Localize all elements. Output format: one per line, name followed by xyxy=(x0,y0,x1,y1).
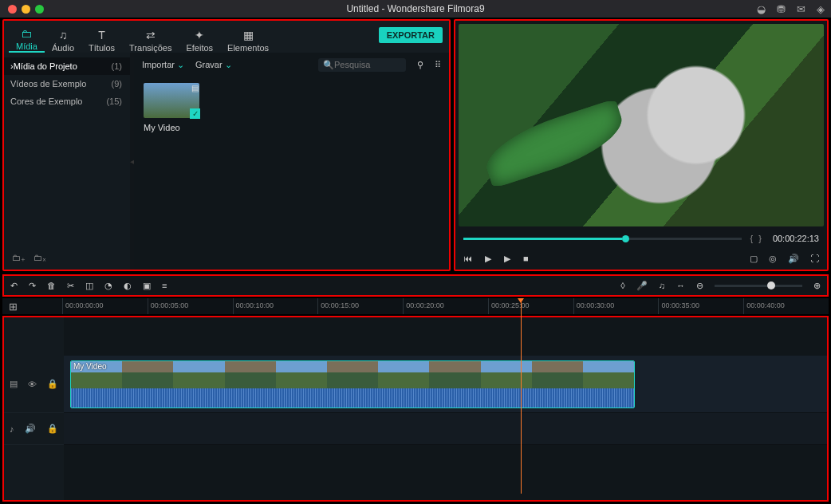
tab-effects[interactable]: ✦ Efeitos xyxy=(179,29,220,53)
timeline-panel: ▤ 👁 🔒 ♪ 🔊 🔒 My Video xyxy=(2,316,829,502)
tab-label: Transições xyxy=(129,43,171,53)
record-menu[interactable]: Gravar ⌄ xyxy=(195,60,232,70)
visibility-icon[interactable]: 👁 xyxy=(28,380,37,389)
maximize-window[interactable] xyxy=(35,5,44,14)
add-track-icon[interactable]: ⊞ xyxy=(9,301,18,313)
scrubber-handle[interactable] xyxy=(622,235,629,242)
preview-panel: { } 00:00:22:13 ⏮ ▶ ▶ ■ ▢ ◎ 🔊 ⛶ xyxy=(454,19,829,271)
category-count: (15) xyxy=(106,96,122,106)
tab-label: Efeitos xyxy=(186,43,213,53)
filter-icon[interactable]: ⚲ xyxy=(417,60,423,70)
mute-icon[interactable]: 🔊 xyxy=(25,423,36,434)
timeline-clip[interactable]: My Video xyxy=(70,360,635,408)
lock-icon[interactable]: 🔒 xyxy=(47,379,58,389)
ruler-tick: 00:00:15:00 xyxy=(317,298,403,314)
tab-transitions[interactable]: ⇄ Transições xyxy=(122,29,179,53)
media-grid: ▤ ✓ My Video xyxy=(134,77,449,270)
tab-media[interactable]: 🗀 Mídia xyxy=(9,27,45,53)
preview-viewport[interactable] xyxy=(459,24,824,226)
filmstrip-icon: ▤ xyxy=(191,84,199,93)
fullscreen-icon[interactable]: ⛶ xyxy=(810,254,819,264)
mail-icon[interactable]: ✉ xyxy=(797,3,805,15)
search-icon: 🔍 xyxy=(323,60,334,70)
stop-icon[interactable]: ■ xyxy=(523,254,529,263)
media-toolbar: Importar ⌄ Gravar ⌄ 🔍 ⚲ ⠿ xyxy=(134,53,449,77)
tab-audio[interactable]: ♫ Áudio xyxy=(45,29,81,53)
marker-icon[interactable]: ◊ xyxy=(620,281,624,290)
tracks-area[interactable]: My Video xyxy=(64,317,827,500)
video-track[interactable]: My Video xyxy=(64,356,827,413)
cut-icon[interactable]: ✂ xyxy=(67,281,74,291)
window-controls xyxy=(0,5,44,14)
notification-icon[interactable]: ◈ xyxy=(817,3,825,15)
category-label: Mídia do Projeto xyxy=(14,61,77,71)
audio-track[interactable] xyxy=(64,413,827,445)
ruler-tick: 00:00:40:00 xyxy=(743,298,829,314)
delete-folder-icon[interactable]: 🗀ₓ xyxy=(33,253,46,263)
new-folder-icon[interactable]: 🗀₊ xyxy=(12,253,26,263)
transition-icon: ⇄ xyxy=(146,29,156,41)
prev-frame-icon[interactable]: ⏮ xyxy=(463,254,472,263)
tab-label: Títulos xyxy=(89,43,115,53)
category-sample-colors[interactable]: Cores de Exemplo (15) xyxy=(4,93,130,110)
lock-icon[interactable]: 🔒 xyxy=(47,423,58,434)
mic-icon[interactable]: 🎤 xyxy=(636,281,648,291)
decorative xyxy=(479,99,630,189)
quality-icon[interactable]: ▢ xyxy=(750,254,758,264)
zoom-handle[interactable] xyxy=(767,282,775,289)
export-button[interactable]: EXPORTAR xyxy=(379,27,443,43)
preview-scrubber: { } 00:00:22:13 xyxy=(455,230,827,247)
tab-label: Elementos xyxy=(227,43,269,53)
track-headers: ▤ 👁 🔒 ♪ 🔊 🔒 xyxy=(4,317,64,500)
chevron-down-icon: ⌄ xyxy=(225,60,232,69)
tab-titles[interactable]: T Títulos xyxy=(81,29,122,53)
speed-icon[interactable]: ◔ xyxy=(104,281,112,291)
redo-icon[interactable]: ↷ xyxy=(29,281,36,291)
category-sample-videos[interactable]: Vídeos de Exemplo (9) xyxy=(4,75,130,93)
timeline-ruler[interactable]: ⊞ 00:00:00:0000:00:05:0000:00:10:0000:00… xyxy=(2,298,829,314)
titlebar-actions: ◒ ⛃ ✉ ◈ xyxy=(757,3,825,15)
user-icon[interactable]: ◒ xyxy=(757,3,766,15)
tab-elements[interactable]: ▦ Elementos xyxy=(220,29,276,53)
color-icon[interactable]: ◐ xyxy=(124,281,132,291)
category-label: Vídeos de Exemplo xyxy=(10,79,86,89)
in-out-markers[interactable]: { } xyxy=(750,234,762,243)
ruler-tick: 00:00:20:00 xyxy=(403,298,488,314)
ruler-tick: 00:00:10:00 xyxy=(233,298,318,314)
snapshot-icon[interactable]: ◎ xyxy=(769,254,777,264)
media-panel: 🗀 Mídia ♫ Áudio T Títulos ⇄ Transições ✦ xyxy=(2,19,451,271)
zoom-out-icon[interactable]: ⊖ xyxy=(696,281,703,291)
media-clip[interactable]: ▤ ✓ My Video xyxy=(144,83,199,132)
greenscreen-icon[interactable]: ▣ xyxy=(143,281,151,291)
close-window[interactable] xyxy=(8,5,17,14)
cart-icon[interactable]: ⛃ xyxy=(777,3,786,15)
import-menu[interactable]: Importar ⌄ xyxy=(142,60,184,70)
category-project-media[interactable]: ›Mídia do Projeto (1) xyxy=(4,57,130,75)
mixer-icon[interactable]: ♫ xyxy=(659,281,665,290)
zoom-in-icon[interactable]: ⊕ xyxy=(813,281,821,291)
category-list: ›Mídia do Projeto (1) Vídeos de Exemplo … xyxy=(4,53,130,270)
search-input[interactable] xyxy=(334,60,398,69)
view-grid-icon[interactable]: ⠿ xyxy=(435,60,441,70)
playhead[interactable] xyxy=(521,298,522,494)
volume-icon[interactable]: 🔊 xyxy=(788,254,799,264)
ruler-tick: 00:00:05:00 xyxy=(148,298,233,314)
scrubber-progress xyxy=(463,238,622,240)
adjust-icon[interactable]: ≡ xyxy=(162,281,167,290)
zoom-slider[interactable] xyxy=(715,285,802,287)
undo-icon[interactable]: ↶ xyxy=(10,281,18,291)
play-forward-icon[interactable]: ▶ xyxy=(504,254,510,264)
category-count: (1) xyxy=(112,61,122,71)
play-icon[interactable]: ▶ xyxy=(485,254,491,264)
delete-icon[interactable]: 🗑 xyxy=(47,281,56,290)
fit-icon[interactable]: ↔ xyxy=(676,281,685,290)
search-box[interactable]: 🔍 xyxy=(318,58,406,72)
clip-name: My Video xyxy=(144,123,199,132)
video-track-header: ▤ 👁 🔒 xyxy=(4,356,64,413)
minimize-window[interactable] xyxy=(22,5,30,14)
crop-icon[interactable]: ◫ xyxy=(85,281,93,291)
tab-label: Mídia xyxy=(16,41,37,51)
ruler-tick: 00:00:00:00 xyxy=(62,298,148,314)
scrubber-track[interactable] xyxy=(463,238,742,240)
check-icon: ✓ xyxy=(190,108,200,119)
